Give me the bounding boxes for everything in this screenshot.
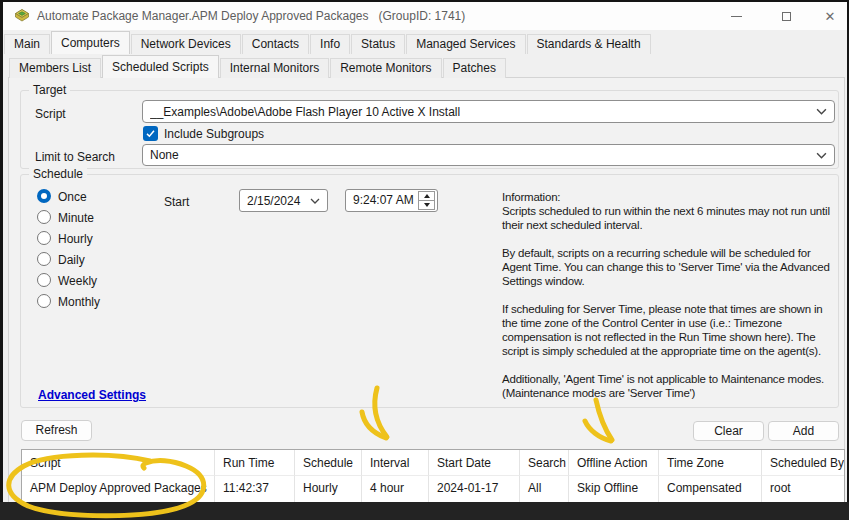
- maximize-button[interactable]: [771, 2, 801, 30]
- include-subgroups-label: Include Subgroups: [164, 127, 264, 141]
- tab-internal-monitors[interactable]: Internal Monitors: [220, 58, 329, 78]
- tab-managed-services[interactable]: Managed Services: [406, 34, 525, 54]
- column-header-search[interactable]: Search: [520, 450, 569, 476]
- minimize-icon: [731, 16, 742, 17]
- info-paragraph: Scripts scheduled to run within the next…: [502, 204, 840, 232]
- column-header-interval[interactable]: Interval: [362, 450, 429, 476]
- table-row[interactable]: APM Deploy Approved Packages 11:42:37 Ho…: [22, 476, 844, 499]
- tab-scheduled-scripts[interactable]: Scheduled Scripts: [102, 55, 219, 78]
- radio-hourly[interactable]: [37, 231, 51, 245]
- tab-main[interactable]: Main: [4, 34, 50, 54]
- add-button[interactable]: Add: [768, 421, 839, 441]
- column-header-script[interactable]: Script: [22, 450, 215, 476]
- spinner-buttons: [418, 191, 435, 210]
- close-icon: ✕: [825, 10, 836, 23]
- limit-to-search-label: Limit to Search: [35, 150, 115, 164]
- app-window: Automate Package Manager.APM Deploy Appr…: [0, 0, 849, 520]
- chevron-down-icon: [310, 198, 320, 204]
- limit-to-search-combobox[interactable]: None: [142, 144, 835, 166]
- info-paragraph: By default, scripts on a recurring sched…: [502, 246, 840, 288]
- target-group-label: Target: [29, 83, 70, 98]
- tab-standards-health[interactable]: Standards & Health: [527, 34, 651, 54]
- radio-monthly-label: Monthly: [58, 295, 100, 309]
- sub-tab-bar: Members List Scheduled Scripts Internal …: [9, 56, 507, 78]
- radio-once-label: Once: [58, 190, 87, 204]
- column-header-time-zone[interactable]: Time Zone: [659, 450, 762, 476]
- scheduled-scripts-table: Script Run Time Schedule Interval Start …: [21, 449, 845, 503]
- start-time-spinner[interactable]: 9:24:07 AM: [345, 189, 438, 212]
- check-icon: [145, 128, 156, 139]
- radio-hourly-label: Hourly: [58, 232, 93, 246]
- chevron-down-icon: [816, 108, 827, 115]
- include-subgroups-checkbox[interactable]: [143, 126, 158, 141]
- target-groupbox: Target Script __Examples\Adobe\Adobe Fla…: [20, 90, 839, 169]
- tab-status[interactable]: Status: [351, 34, 405, 54]
- refresh-button[interactable]: Refresh: [21, 420, 92, 441]
- bottom-black-bar: [0, 502, 849, 520]
- schedule-groupbox: Schedule Once Minute Hourly Daily Weekly…: [20, 174, 839, 408]
- radio-minute-label: Minute: [58, 211, 94, 225]
- minimize-button[interactable]: [721, 2, 751, 30]
- schedule-info-text: Information: Scripts scheduled to run wi…: [502, 190, 840, 414]
- tab-network-devices[interactable]: Network Devices: [131, 34, 241, 54]
- tab-members-list[interactable]: Members List: [9, 58, 101, 78]
- arrow-down-icon: [424, 203, 430, 207]
- cell-start-date[interactable]: 2024-01-17: [429, 476, 520, 499]
- clear-button[interactable]: Clear: [693, 421, 764, 441]
- radio-weekly-label: Weekly: [58, 274, 97, 288]
- schedule-group-label: Schedule: [29, 167, 87, 182]
- arrow-up-icon: [424, 194, 430, 198]
- radio-once[interactable]: [37, 189, 51, 203]
- maximize-icon: [782, 12, 791, 21]
- info-paragraph: If scheduling for Server Time, please no…: [502, 302, 840, 358]
- cell-scheduled-by[interactable]: root: [762, 476, 844, 499]
- cell-interval[interactable]: 4 hour: [362, 476, 429, 499]
- radio-weekly[interactable]: [37, 273, 51, 287]
- column-header-schedule[interactable]: Schedule: [295, 450, 362, 476]
- window-border-left: [0, 0, 3, 520]
- titlebar: Automate Package Manager.APM Deploy Appr…: [3, 2, 847, 30]
- cell-offline-action[interactable]: Skip Offline: [569, 476, 659, 499]
- table-header-row: Script Run Time Schedule Interval Start …: [22, 450, 844, 476]
- info-paragraph: Additionally, 'Agent Time' is not applic…: [502, 372, 840, 400]
- cell-search[interactable]: All: [520, 476, 569, 499]
- script-combobox-value: __Examples\Adobe\Adobe Flash Player 10 A…: [150, 105, 816, 119]
- chevron-down-icon: [816, 152, 827, 159]
- script-combobox[interactable]: __Examples\Adobe\Adobe Flash Player 10 A…: [142, 100, 835, 123]
- cell-run-time[interactable]: 11:42:37: [215, 476, 295, 499]
- tab-patches[interactable]: Patches: [443, 58, 506, 78]
- start-date-picker[interactable]: 2/15/2024: [239, 189, 328, 212]
- radio-daily[interactable]: [37, 252, 51, 266]
- advanced-settings-link[interactable]: Advanced Settings: [38, 388, 146, 402]
- cell-script[interactable]: APM Deploy Approved Packages: [22, 476, 215, 499]
- app-package-icon: [14, 8, 30, 24]
- cell-time-zone[interactable]: Compensated: [659, 476, 762, 499]
- tab-remote-monitors[interactable]: Remote Monitors: [330, 58, 441, 78]
- column-header-start-date[interactable]: Start Date: [429, 450, 520, 476]
- tab-info[interactable]: Info: [310, 34, 350, 54]
- info-title: Information:: [502, 190, 840, 204]
- column-header-scheduled-by[interactable]: Scheduled By: [762, 450, 844, 476]
- start-label: Start: [164, 195, 189, 209]
- tab-computers[interactable]: Computers: [51, 31, 130, 54]
- window-title: Automate Package Manager.APM Deploy Appr…: [37, 2, 465, 30]
- scheduled-scripts-panel: Target Script __Examples\Adobe\Adobe Fla…: [8, 77, 845, 503]
- radio-monthly[interactable]: [37, 294, 51, 308]
- radio-minute[interactable]: [37, 210, 51, 224]
- script-label: Script: [35, 107, 66, 121]
- start-date-value: 2/15/2024: [247, 194, 310, 208]
- column-header-offline-action[interactable]: Offline Action: [569, 450, 659, 476]
- limit-to-search-value: None: [150, 148, 816, 162]
- cell-schedule[interactable]: Hourly: [295, 476, 362, 499]
- column-header-run-time[interactable]: Run Time: [215, 450, 295, 476]
- tab-contacts[interactable]: Contacts: [242, 34, 309, 54]
- main-tab-bar: Main Computers Network Devices Contacts …: [4, 31, 652, 54]
- start-time-value: 9:24:07 AM: [353, 193, 414, 207]
- spin-up-button[interactable]: [419, 192, 434, 200]
- radio-daily-label: Daily: [58, 253, 85, 267]
- spin-down-button[interactable]: [419, 200, 434, 209]
- close-button[interactable]: ✕: [815, 2, 845, 30]
